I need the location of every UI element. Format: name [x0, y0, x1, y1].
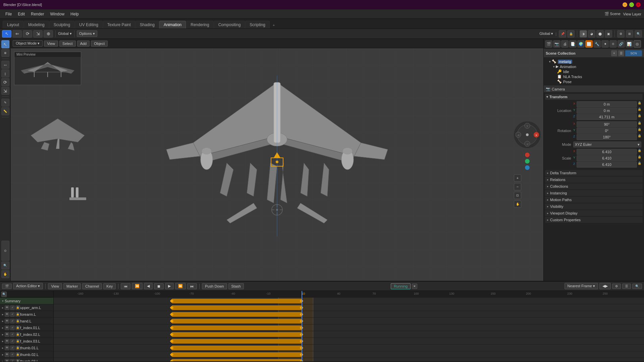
push-down-button[interactable]: Push Down	[202, 283, 227, 289]
scale-y-input[interactable]: 6.410	[577, 155, 637, 161]
lock-icon[interactable]: 🔒	[567, 30, 575, 38]
marker-menu[interactable]: Marker	[63, 283, 81, 289]
measure-tool[interactable]: 📏	[1, 107, 9, 115]
view-layer-props-icon[interactable]: 📑	[569, 40, 577, 48]
minimize-button[interactable]: ─	[623, 2, 627, 7]
track-mute-6[interactable]: ✓	[10, 339, 15, 344]
track-lock-4[interactable]: 🔒	[15, 325, 20, 330]
menu-window[interactable]: Window	[47, 11, 67, 17]
scale-tool[interactable]: ⇲	[33, 30, 43, 38]
action-editor-label[interactable]: Action Editor ▾	[13, 283, 43, 289]
tab-sculpting[interactable]: Sculpting	[49, 21, 74, 28]
menu-file[interactable]: File	[3, 11, 14, 17]
scale-x-lock[interactable]: 🔒	[638, 149, 641, 155]
stash-button[interactable]: Stash	[228, 283, 244, 289]
location-x-input[interactable]: 0 m	[577, 101, 637, 107]
track-f-index-03-l[interactable]: ▸ 👁 ✓ 🔒 f_index.03.L	[0, 338, 53, 345]
timeline-body[interactable]	[54, 298, 644, 361]
select-menu[interactable]: Select	[59, 41, 76, 47]
tab-uv-editing[interactable]: UV Editing	[75, 21, 103, 28]
track-hand-l[interactable]: ▸ 👁 ✓ 🔒 hand.L	[0, 318, 53, 324]
add-workspace-button[interactable]: +	[270, 22, 277, 28]
select-box-tool[interactable]: ↖	[1, 40, 9, 48]
scale-y-lock[interactable]: 🔒	[638, 155, 641, 161]
rotation-mode-select[interactable]: XYZ Euler ▾	[573, 141, 641, 147]
anim-filter-button[interactable]: ☰	[622, 284, 631, 289]
track-visibility-9[interactable]: 👁	[5, 359, 9, 362]
anim-options-button[interactable]: ⚙	[612, 284, 621, 289]
render-props-icon[interactable]: 📷	[553, 40, 560, 48]
track-thumb-01-l[interactable]: ▸ 👁 ✓ 🔒 thumb.01.L	[0, 345, 53, 351]
track-lock-8[interactable]: 🔒	[15, 352, 20, 357]
menu-help[interactable]: Help	[68, 11, 82, 17]
hand-tool[interactable]: ✋	[1, 270, 9, 278]
track-visibility-4[interactable]: 👁	[5, 325, 9, 330]
collections-header[interactable]: ▸ Collections	[545, 183, 643, 189]
loc-x-lock[interactable]: 🔒	[638, 101, 641, 107]
channel-menu[interactable]: Channel	[82, 283, 102, 289]
view-navigation[interactable]: ⊙	[1, 241, 9, 261]
rotation-z-input[interactable]: 180°	[577, 134, 637, 140]
track-visibility-7[interactable]: 👁	[5, 346, 9, 350]
menu-render[interactable]: Render	[28, 11, 47, 17]
zoom-in-button[interactable]: +	[514, 174, 521, 182]
tab-texture-paint[interactable]: Texture Paint	[103, 21, 135, 28]
object-props-icon[interactable]: ⬜	[585, 40, 593, 48]
tab-animation[interactable]: Animation	[159, 21, 186, 28]
anim-search-button[interactable]: 🔍	[632, 284, 642, 289]
stop-button[interactable]: ⏹	[154, 283, 164, 289]
play-button[interactable]: ▶	[165, 283, 174, 289]
cursor-place-tool[interactable]: ⊕	[1, 49, 9, 57]
prev-keyframe-button[interactable]: ⏪	[132, 283, 143, 289]
tab-modeling[interactable]: Modeling	[24, 21, 49, 28]
instancing-header[interactable]: ▸ Instancing	[545, 190, 643, 196]
rot-x-lock[interactable]: 🔒	[638, 121, 641, 127]
pin-icon[interactable]: 📌	[559, 30, 566, 38]
track-visibility-6[interactable]: 👁	[5, 339, 9, 344]
track-f-index-01-l[interactable]: ▸ 👁 ✓ 🔒 f_index.01.L	[0, 324, 53, 331]
tab-layout[interactable]: Layout	[3, 21, 23, 28]
view-menu-anim[interactable]: View	[48, 283, 62, 289]
move-tool[interactable]: ⇐	[12, 30, 22, 38]
scene-collection-filter[interactable]: ☰	[618, 50, 624, 56]
scale-x-input[interactable]: 6.410	[577, 149, 637, 155]
rot-z-lock[interactable]: 🔒	[638, 134, 641, 140]
navigation-gizmo[interactable]: Y X -X -Y	[514, 121, 541, 148]
tree-item-metarig[interactable]: ▾ 🦴 metarig	[545, 59, 643, 64]
rotation-x-input[interactable]: 90°	[577, 121, 637, 127]
physics-props-icon[interactable]: ⚛	[609, 40, 617, 48]
track-lock-1[interactable]: 🔒	[15, 305, 20, 310]
tab-shading[interactable]: Shading	[136, 21, 159, 28]
track-lock-7[interactable]: 🔒	[15, 346, 20, 350]
zoom-out-button[interactable]: −	[514, 183, 521, 190]
output-props-icon[interactable]: 🖨	[561, 40, 569, 48]
play-reverse-button[interactable]: ◀	[144, 283, 153, 289]
visibility-header[interactable]: ▸ Visibility	[545, 203, 643, 209]
track-thumb-02-l[interactable]: ▸ 👁 ✓ 🔒 thumb.02.L	[0, 351, 53, 358]
jump-end-button[interactable]: ⏭	[187, 283, 197, 289]
close-button[interactable]: ✕	[636, 2, 641, 7]
track-mute-7[interactable]: ✓	[10, 346, 15, 350]
scene-world-props-icon[interactable]: 🌍	[577, 40, 585, 48]
options-overlay[interactable]: ⚙	[617, 30, 625, 38]
tab-scripting[interactable]: Scripting	[245, 21, 270, 28]
track-f-index-02-l[interactable]: ▸ 👁 ✓ 🔒 f_index.02.L	[0, 331, 53, 338]
object-mode-dropdown[interactable]: Object Mode ▾	[13, 40, 43, 47]
track-visibility-1[interactable]: 👁	[5, 305, 9, 310]
track-lock-6[interactable]: 🔒	[15, 339, 20, 344]
track-lock-9[interactable]: 🔒	[15, 359, 20, 362]
loc-z-lock[interactable]: 🔒	[638, 114, 641, 120]
track-lock-3[interactable]: 🔒	[15, 319, 20, 323]
track-lock-5[interactable]: 🔒	[15, 332, 20, 337]
zoom-fit-button[interactable]: ⊡	[514, 192, 521, 199]
scale-z-lock[interactable]: 🔒	[638, 162, 641, 168]
custom-properties-header[interactable]: ▸ Custom Properties	[545, 217, 643, 223]
scene-collection-add[interactable]: +	[611, 50, 617, 56]
viewport-display-header[interactable]: ▸ Viewport Display	[545, 210, 643, 216]
scene-props-icon[interactable]: 🎬	[545, 40, 552, 48]
annotate-tool[interactable]: ✎	[1, 99, 9, 107]
track-mute-4[interactable]: ✓	[10, 325, 15, 330]
maximize-button[interactable]: □	[629, 2, 634, 7]
scale-object-tool[interactable]: ⟳	[1, 78, 9, 86]
viewport-shading-material[interactable]: ⬤	[596, 30, 604, 38]
